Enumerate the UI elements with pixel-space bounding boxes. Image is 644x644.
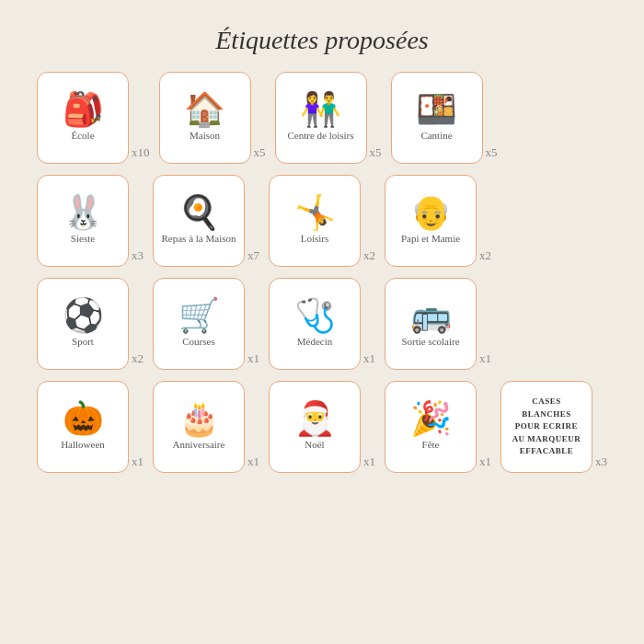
card-repas-maison: 🍳Repas à la Maison: [153, 175, 245, 267]
row-2: ⚽Sportx2🛒Coursesx1🩺Médecinx1🚌Sortie scol…: [37, 278, 491, 370]
card-wrap-sieste: 🐰Siestex3: [37, 175, 144, 267]
card-medecin: 🩺Médecin: [269, 278, 361, 370]
card-label-cases-blanches: CASES BLANCHES POUR ECRIRE AU MARQUEUR E…: [509, 396, 584, 458]
card-count-medecin: x1: [363, 351, 375, 366]
card-cantine: 🍱Cantine: [391, 72, 483, 164]
card-ecole: 🎒École: [37, 72, 129, 164]
card-count-courses: x1: [247, 351, 259, 366]
card-icon-courses: 🛒: [178, 299, 220, 332]
card-count-noel: x1: [363, 454, 375, 469]
card-icon-sieste: 🐰: [63, 196, 104, 229]
page-title: Étiquettes proposées: [215, 26, 428, 55]
card-icon-medecin: 🩺: [294, 299, 336, 332]
card-label-maison: Maison: [190, 130, 220, 142]
card-sieste: 🐰Sieste: [37, 175, 129, 267]
row-1: 🐰Siestex3🍳Repas à la Maisonx7🤸Loisirsx2👴…: [37, 175, 491, 267]
card-icon-maison: 🏠: [184, 93, 225, 126]
row-0: 🎒Écolex10🏠Maisonx5👫Centre de loisirsx5🍱C…: [37, 72, 498, 164]
card-wrap-sortie-scolaire: 🚌Sortie scolairex1: [385, 278, 491, 370]
card-label-noel: Noël: [305, 439, 324, 451]
card-icon-fete: 🎉: [410, 402, 452, 435]
card-icon-noel: 🎅: [294, 402, 336, 435]
card-count-anniversaire: x1: [247, 454, 259, 469]
card-sortie-scolaire: 🚌Sortie scolaire: [385, 278, 477, 370]
card-fete: 🎉Fête: [385, 381, 477, 473]
card-icon-cantine: 🍱: [416, 93, 457, 126]
card-loisirs: 🤸Loisirs: [269, 175, 361, 267]
card-papi-mamie: 👴Papi et Mamie: [385, 175, 477, 267]
card-halloween: 🎃Halloween: [37, 381, 129, 473]
card-anniversaire: 🎂Anniversaire: [153, 381, 245, 473]
card-wrap-maison: 🏠Maisonx5: [159, 72, 266, 164]
card-wrap-medecin: 🩺Médecinx1: [269, 278, 375, 370]
card-wrap-sport: ⚽Sportx2: [37, 278, 144, 370]
card-count-papi-mamie: x2: [479, 248, 491, 263]
card-count-sport: x2: [132, 351, 144, 366]
card-icon-halloween: 🎃: [63, 402, 104, 435]
card-icon-sortie-scolaire: 🚌: [410, 299, 452, 332]
card-wrap-cantine: 🍱Cantinex5: [391, 72, 498, 164]
cards-grid: 🎒Écolex10🏠Maisonx5👫Centre de loisirsx5🍱C…: [9, 72, 635, 473]
card-count-maison: x5: [254, 145, 266, 160]
card-cases-blanches: CASES BLANCHES POUR ECRIRE AU MARQUEUR E…: [500, 381, 592, 473]
card-wrap-ecole: 🎒Écolex10: [37, 72, 150, 164]
card-icon-ecole: 🎒: [63, 93, 104, 126]
row-3: 🎃Halloweenx1🎂Anniversairex1🎅Noëlx1🎉Fêtex…: [37, 381, 607, 473]
card-label-anniversaire: Anniversaire: [173, 439, 225, 451]
card-wrap-fete: 🎉Fêtex1: [385, 381, 491, 473]
card-centre-de-loisirs: 👫Centre de loisirs: [275, 72, 367, 164]
card-wrap-papi-mamie: 👴Papi et Mamiex2: [385, 175, 491, 267]
card-label-medecin: Médecin: [297, 336, 332, 348]
card-label-loisirs: Loisirs: [301, 233, 329, 245]
card-icon-repas-maison: 🍳: [178, 196, 220, 229]
card-wrap-centre-de-loisirs: 👫Centre de loisirsx5: [275, 72, 382, 164]
card-label-halloween: Halloween: [61, 439, 105, 451]
card-noel: 🎅Noël: [269, 381, 361, 473]
card-icon-loisirs: 🤸: [294, 196, 336, 229]
card-count-cantine: x5: [486, 145, 498, 160]
card-count-loisirs: x2: [363, 248, 375, 263]
card-wrap-loisirs: 🤸Loisirsx2: [269, 175, 375, 267]
card-wrap-noel: 🎅Noëlx1: [269, 381, 375, 473]
card-wrap-halloween: 🎃Halloweenx1: [37, 381, 144, 473]
card-label-fete: Fête: [422, 439, 440, 451]
card-count-sortie-scolaire: x1: [479, 351, 491, 366]
card-count-centre-de-loisirs: x5: [370, 145, 382, 160]
card-icon-sport: ⚽: [63, 299, 104, 332]
card-count-halloween: x1: [132, 454, 144, 469]
card-label-centre-de-loisirs: Centre de loisirs: [287, 130, 353, 142]
card-icon-papi-mamie: 👴: [410, 196, 452, 229]
card-sport: ⚽Sport: [37, 278, 129, 370]
card-wrap-courses: 🛒Coursesx1: [153, 278, 259, 370]
card-maison: 🏠Maison: [159, 72, 251, 164]
card-label-courses: Courses: [182, 336, 214, 348]
card-courses: 🛒Courses: [153, 278, 245, 370]
card-label-ecole: École: [71, 130, 94, 142]
card-label-papi-mamie: Papi et Mamie: [401, 233, 460, 245]
card-icon-anniversaire: 🎂: [178, 402, 220, 435]
card-wrap-cases-blanches: CASES BLANCHES POUR ECRIRE AU MARQUEUR E…: [500, 381, 607, 473]
card-label-cantine: Cantine: [420, 130, 452, 142]
card-label-sortie-scolaire: Sortie scolaire: [401, 336, 459, 348]
card-label-sport: Sport: [72, 336, 94, 348]
card-wrap-repas-maison: 🍳Repas à la Maisonx7: [153, 175, 259, 267]
card-label-sieste: Sieste: [71, 233, 95, 245]
card-count-fete: x1: [479, 454, 491, 469]
card-count-sieste: x3: [132, 248, 144, 263]
card-count-cases-blanches: x3: [595, 454, 607, 469]
card-icon-centre-de-loisirs: 👫: [300, 93, 341, 126]
card-count-ecole: x10: [132, 145, 150, 160]
card-wrap-anniversaire: 🎂Anniversairex1: [153, 381, 259, 473]
card-count-repas-maison: x7: [247, 248, 259, 263]
card-label-repas-maison: Repas à la Maison: [162, 233, 236, 245]
